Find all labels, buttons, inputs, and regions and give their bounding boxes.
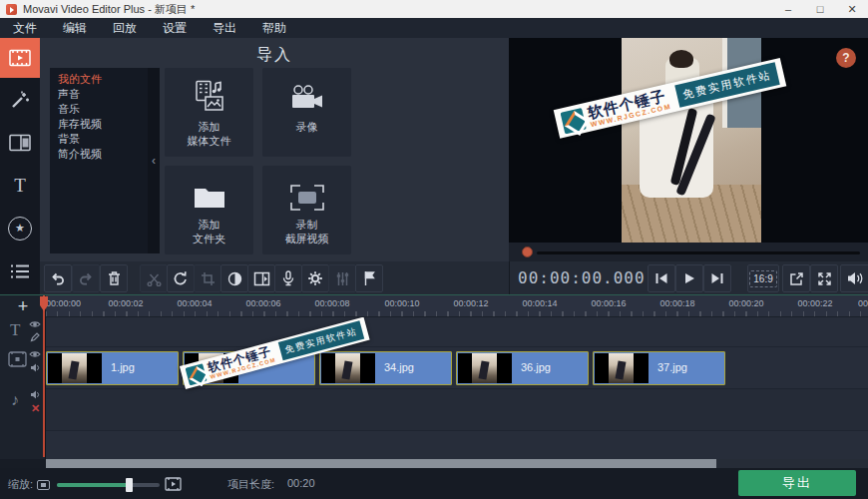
pencil-icon <box>30 332 40 342</box>
minimize-button[interactable]: – <box>772 0 804 18</box>
record-video-icon <box>289 68 325 114</box>
preview-seek-bar[interactable] <box>509 243 868 261</box>
ruler-label: 00:00:20 <box>728 298 763 308</box>
play-button[interactable] <box>675 264 703 292</box>
zoom-out-icon[interactable] <box>37 480 50 490</box>
preview-area: 软件个锤子 WWW.RJGCZ.COM 免费实用软件站 ? <box>509 38 868 243</box>
titles-icon: T <box>14 175 26 197</box>
clip-thumbnail <box>48 353 102 383</box>
fullscreen-button[interactable] <box>810 264 838 292</box>
category-music[interactable]: 音乐 <box>50 102 148 117</box>
sidebar-item-transitions[interactable] <box>0 121 40 164</box>
category-backgrounds[interactable]: 背景 <box>50 132 148 147</box>
sidebar-item-filters[interactable] <box>0 78 40 121</box>
timeline-tracks: 1.jpg 34.jpg 36.jpg 37.jpg 软件个锤子 WWW.RJG… <box>46 317 868 459</box>
seek-handle[interactable] <box>522 247 533 257</box>
delete-button[interactable] <box>100 264 128 292</box>
timeline-scrollbar[interactable] <box>46 459 868 468</box>
transition-icon <box>253 271 270 286</box>
video-frame-icon <box>8 351 27 367</box>
audio-track-audio-toggle[interactable] <box>30 390 41 399</box>
volume-button[interactable] <box>840 264 868 292</box>
help-button[interactable]: ? <box>836 48 856 68</box>
scrollbar-thumb[interactable] <box>46 459 716 468</box>
marker-button[interactable] <box>355 264 383 292</box>
redo-button[interactable] <box>72 264 100 292</box>
title-track-visibility-toggle[interactable] <box>29 320 41 328</box>
playhead-line[interactable] <box>43 295 45 457</box>
sidebar-item-stickers[interactable]: ★ <box>0 207 40 250</box>
menu-edit[interactable]: 编辑 <box>50 18 100 38</box>
previous-frame-button[interactable] <box>648 264 675 292</box>
preview-controls: 00:00:00.000 16:9 <box>509 261 868 295</box>
record-screen-icon <box>289 166 325 212</box>
aspect-ratio-value: 16:9 <box>749 270 776 287</box>
import-panel-title: 导入 <box>40 45 509 66</box>
ruler-ticks <box>46 311 868 316</box>
zoom-slider[interactable] <box>57 483 160 487</box>
track-header-column: + T <box>0 295 46 459</box>
title-track-link-toggle[interactable] <box>30 332 40 342</box>
tile-label: 添加 文件夹 <box>193 218 225 246</box>
category-collapse-strip[interactable]: ‹ <box>148 68 160 253</box>
category-stock-video[interactable]: 库存视频 <box>50 117 148 132</box>
undo-button[interactable] <box>44 264 72 292</box>
window-controls: – □ ✕ <box>772 0 868 18</box>
crop-button[interactable] <box>194 264 221 292</box>
seek-track[interactable] <box>537 251 860 254</box>
add-track-button[interactable]: + <box>12 295 34 317</box>
record-screen-button[interactable]: 录制 截屏视频 <box>262 166 351 254</box>
previous-frame-icon <box>654 272 668 284</box>
project-length-label: 项目长度: <box>227 477 274 492</box>
record-voice-button[interactable] <box>274 264 302 292</box>
fullscreen-icon <box>817 271 832 286</box>
category-my-files[interactable]: 我的文件 <box>50 72 148 87</box>
rotate-button[interactable] <box>167 264 195 292</box>
add-folder-button[interactable]: 添加 文件夹 <box>165 166 253 254</box>
menu-settings[interactable]: 设置 <box>150 18 200 38</box>
menu-export[interactable]: 导出 <box>200 18 249 38</box>
record-video-button[interactable]: 录像 <box>262 68 351 157</box>
sidebar-item-titles[interactable]: T <box>0 164 40 207</box>
maximize-button[interactable]: □ <box>804 0 836 18</box>
ruler-label: 00:00:16 <box>591 298 626 308</box>
timeline-clip-1[interactable]: 1.jpg <box>46 351 179 385</box>
timeline-clip-4[interactable]: 36.jpg <box>456 351 589 385</box>
sidebar-item-import-media[interactable] <box>0 38 40 78</box>
category-sounds[interactable]: 声音 <box>50 87 148 102</box>
microphone-icon <box>281 270 295 286</box>
category-intro-videos[interactable]: 简介视频 <box>50 147 148 162</box>
close-button[interactable]: ✕ <box>836 0 868 18</box>
timeline-clip-5[interactable]: 37.jpg <box>593 351 725 385</box>
photo-hair <box>669 50 693 68</box>
menu-playback[interactable]: 回放 <box>100 18 150 38</box>
split-button[interactable] <box>140 264 168 292</box>
fit-timeline-icon[interactable] <box>165 477 182 491</box>
export-button[interactable]: 导出 <box>738 470 856 496</box>
sidebar-item-more-tools[interactable] <box>0 250 40 292</box>
audio-track-row[interactable] <box>46 389 868 431</box>
menu-help[interactable]: 帮助 <box>249 18 299 38</box>
transition-wizard-button[interactable] <box>247 264 275 292</box>
sticker-star-icon: ★ <box>8 217 32 241</box>
ruler-label: 00:00:14 <box>522 298 557 308</box>
next-frame-button[interactable] <box>703 264 731 292</box>
unpin-preview-button[interactable] <box>782 264 810 292</box>
video-track-visibility-toggle[interactable] <box>29 350 41 358</box>
add-media-files-button[interactable]: 添加 媒体文件 <box>165 68 253 157</box>
audio-track-unlink-toggle[interactable]: ✕ <box>31 402 40 415</box>
audio-levels-button[interactable] <box>328 264 356 292</box>
tile-label: 录制 截屏视频 <box>285 218 329 246</box>
video-track-audio-toggle[interactable] <box>30 363 41 372</box>
ruler-label: 00:00:22 <box>797 298 832 308</box>
menu-file[interactable]: 文件 <box>0 18 50 38</box>
app-icon <box>6 4 17 15</box>
zoom-slider-handle[interactable] <box>126 478 133 492</box>
timeline-clip-3[interactable]: 34.jpg <box>319 351 452 385</box>
color-adjust-button[interactable] <box>220 264 248 292</box>
timeline-ruler[interactable]: 00:00:00 00:00:02 00:00:04 00:00:06 00:0… <box>46 295 868 317</box>
clip-properties-button[interactable] <box>301 264 329 292</box>
play-icon <box>683 272 695 284</box>
aspect-ratio-button[interactable]: 16:9 <box>747 264 779 292</box>
title-track-row[interactable] <box>46 317 868 347</box>
